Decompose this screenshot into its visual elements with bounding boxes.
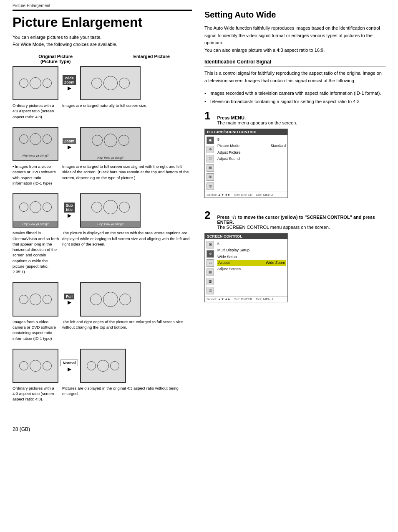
col-enlarged-header: Enlarged Picture — [98, 54, 192, 64]
id-control-signal-body: This is a control signal for faithfully … — [204, 70, 385, 84]
menu-mockup-2: SCREEN CONTROL ⊡ ⊙ □ ▤ ▥ ◎ 5 Multi Displ… — [204, 233, 288, 302]
badge-subtitle: Subtitle ▶ — [60, 203, 78, 218]
menu-icon-6: ◎ — [207, 182, 214, 190]
enlarged-pic-1 — [80, 66, 141, 100]
menu-row-s5: Adjust Screen — [217, 266, 286, 273]
captions-row-1: Ordinary pictures with a 4:3 aspect rati… — [13, 103, 192, 119]
captions-row-5: Ordinary pictures with a 4:3 aspect rati… — [13, 385, 192, 402]
enlarged-pic-5 — [80, 349, 126, 383]
menu-header-2: SCREEN CONTROL — [205, 233, 287, 239]
menu-icons-1: ▣ ⊙ □ ▤ ▥ ◎ — [207, 137, 216, 190]
col-original-header: Original Picture(Picture Type) — [13, 54, 98, 64]
page-title: Picture Enlargement — [13, 10, 192, 30]
menu-icon-2: ⊙ — [207, 146, 214, 153]
menu-icon-s1: ⊡ — [207, 241, 214, 248]
original-pic-1 — [13, 66, 58, 100]
menu-row-s3: Wide Setup — [217, 254, 286, 261]
menu-row-s1: 5 — [217, 241, 286, 248]
menu-footer-1: Select: ▲▼◄►Set: ENTERExit: MENU — [205, 192, 287, 198]
menu-row-1: 5 — [217, 137, 286, 143]
badge-zoom: Zoom ▶ — [60, 138, 78, 150]
auto-wide-intro: The Auto Wide function faithfully reprod… — [204, 25, 385, 54]
menu-row-2: Picture ModeStandard — [217, 143, 286, 149]
right-column: Setting Auto Wide The Auto Wide function… — [204, 10, 385, 410]
bullet-item-2: Television broadcasts containing a signa… — [204, 98, 385, 105]
step-1-content: Press MENU. The main menu appears on the… — [217, 115, 297, 125]
menu-footer-2: Select: ▲▼◄►Set: ENTERExit: MENU — [205, 296, 287, 302]
table-headers: Original Picture(Picture Type) Enlarged … — [13, 54, 192, 64]
row-full: Full ▶ Images from a video camera or DVD… — [13, 282, 192, 341]
captions-row-3: Movies filmed in CinemaVision and so for… — [13, 230, 192, 274]
menu-icon-s4: ▤ — [207, 269, 214, 276]
step-2: 2 Press ↑/↓ to move the cursor (yellow) … — [204, 210, 385, 307]
menu-content-1: 5 Picture ModeStandard Adjust Picture Ad… — [217, 137, 286, 190]
original-pic-4 — [13, 282, 58, 317]
row-subtitle: Hey! How ya doing? Subtitle ▶ — [13, 193, 192, 274]
bullet-list: Images recorded with a television camera… — [204, 90, 385, 105]
menu-icon-s6: ◎ — [207, 287, 214, 294]
menu-icon-active: ▣ — [207, 137, 214, 144]
menu-content-2: 5 Multi Display Setup Wide Setup AspectW… — [217, 241, 286, 294]
menu-icons-2: ⊡ ⊙ □ ▤ ▥ ◎ — [207, 241, 216, 294]
step-1: 1 Press MENU. The main menu appears on t… — [204, 110, 385, 203]
captions-row-2: • Images from a video camera or DVD soft… — [13, 164, 192, 186]
badge-normal: Normal ▶ — [60, 360, 78, 372]
page-number: 28 (GB) — [0, 422, 398, 436]
menu-header-1: PICTURE/SOUND CONTROL — [205, 129, 287, 135]
id-control-signal-title: Identification Control Signal — [204, 59, 385, 66]
menu-row-3: Adjust Picture — [217, 149, 286, 156]
badge-wide-zoom: WideZoom ▶ — [60, 75, 78, 91]
original-pic-3: Hey! How ya doing? — [13, 193, 58, 228]
row-normal: Normal ▶ Ordinary pictures with a 4:3 as… — [13, 349, 192, 402]
breadcrumb: Picture Enlargement — [0, 0, 398, 10]
menu-row-4: Adjust Sound — [217, 156, 286, 162]
step-2-number: 2 — [204, 210, 210, 220]
left-column: Picture Enlargement You can enlarge pict… — [13, 10, 192, 410]
menu-icon-4: ▤ — [207, 164, 214, 172]
menu-icon-s5: ▥ — [207, 278, 214, 285]
enlarged-pic-2: Hey! How ya doing? — [80, 127, 141, 161]
menu-icon-s2: ⊙ — [207, 250, 214, 258]
step-1-number: 1 — [204, 110, 210, 121]
menu-icon-5: ▥ — [207, 173, 214, 181]
intro-text: You can enlarge pictures to suite your t… — [13, 34, 192, 48]
enlarged-pic-3: Hey! How ya doing? — [80, 193, 141, 228]
menu-row-s4: AspectWide Zoom — [217, 260, 286, 266]
menu-mockup-1: PICTURE/SOUND CONTROL ▣ ⊙ □ ▤ ▥ ◎ 5 Pict… — [204, 129, 288, 198]
menu-row-s2: Multi Display Setup — [217, 247, 286, 254]
menu-icon-s3: □ — [207, 259, 214, 267]
row-wide-zoom: WideZoom ▶ Ordinary pictures with a 4:3 … — [13, 66, 192, 119]
original-pic-2: Hey! How ya doing? — [13, 127, 58, 161]
original-pic-5 — [13, 349, 58, 383]
row-zoom: Hey! How ya doing? Zoom ▶ Hey! How ya do… — [13, 127, 192, 186]
step-2-content: Press ↑/↓ to move the cursor (yellow) to… — [217, 215, 385, 230]
bullet-item-1: Images recorded with a television camera… — [204, 90, 385, 97]
captions-row-4: Images from a video camera or DVD softwa… — [13, 319, 192, 341]
badge-full: Full ▶ — [60, 294, 78, 305]
enlarged-pic-4 — [80, 282, 141, 317]
menu-icon-3: □ — [207, 155, 214, 162]
setting-auto-wide-title: Setting Auto Wide — [204, 10, 385, 20]
